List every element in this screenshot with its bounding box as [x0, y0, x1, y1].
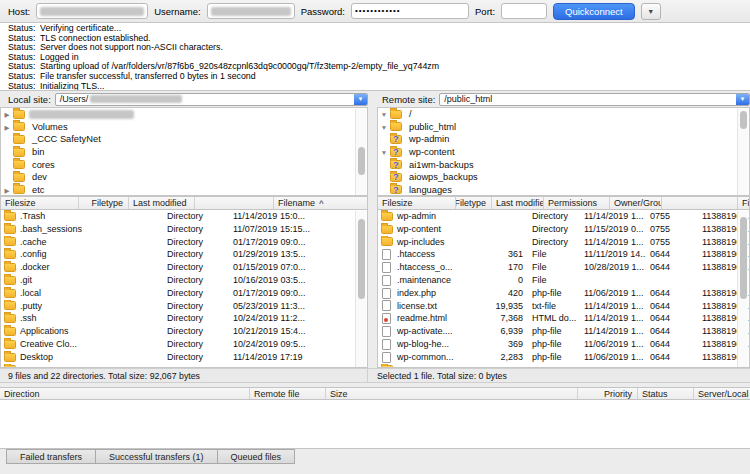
scrollbar[interactable] [355, 211, 366, 368]
column-header[interactable]: Last modified [492, 197, 544, 209]
file-row[interactable]: license.txt 19,935 txt-file 11/14/2019 1… [378, 300, 749, 313]
column-header[interactable]: Last modified [129, 197, 195, 209]
file-row[interactable]: .ssh Directory 10/24/2019 11:2... [1, 312, 367, 325]
filename-cell: .git [1, 274, 113, 287]
file-row[interactable]: .bash_sessions Directory 11/07/2019 15:1… [1, 223, 367, 236]
file-row[interactable]: .htaccess 361 File 11/11/2019 14... 0644… [378, 248, 749, 261]
column-header[interactable] [195, 197, 274, 209]
file-row[interactable]: .cache Directory 01/17/2019 09:0... [1, 236, 367, 249]
file-row[interactable]: wp-admin Directory 11/14/2019 1... 0755 … [378, 210, 749, 223]
filesize-cell: 420 [492, 287, 528, 300]
filename: .htaccess [397, 248, 435, 261]
queue-column-header[interactable]: Server/Local file [694, 388, 750, 399]
file-row[interactable]: Applications Directory 10/21/2019 15:4..… [1, 325, 367, 338]
disclosure-arrow-icon[interactable] [1, 185, 13, 195]
permissions-cell: 0644 [646, 248, 698, 261]
file-row[interactable]: wp-includes Directory 11/14/2019 1... 07… [378, 236, 749, 249]
tree-item[interactable]: ai1wm-backups [378, 158, 749, 171]
column-header[interactable] [662, 197, 738, 209]
column-header[interactable]: Filename [738, 197, 749, 209]
tree-item[interactable]: aiowps_backups [378, 171, 749, 184]
host-input[interactable] [36, 3, 148, 19]
file-row[interactable]: wp-blog-he... 369 php-file 11/06/2019 1.… [378, 338, 749, 351]
column-header[interactable]: Permissions [544, 197, 610, 209]
file-icon [382, 288, 391, 299]
tree-item[interactable]: public_html [378, 121, 749, 134]
file-row[interactable]: .docker Directory 01/15/2019 07:0... [1, 261, 367, 274]
tree-item[interactable]: wp-admin [378, 133, 749, 146]
remote-site-combo[interactable]: /public_html ▼ [439, 93, 750, 106]
scrollbar[interactable] [737, 109, 748, 196]
file-row[interactable]: .config Directory 01/29/2019 13:5... [1, 248, 367, 261]
scrollbar-thumb[interactable] [358, 147, 365, 175]
queue-column-header[interactable]: Priority [578, 388, 638, 399]
file-row[interactable]: .htaccess_o... 170 File 10/28/2019 1... … [378, 261, 749, 274]
folder-icon [390, 185, 402, 194]
file-row[interactable]: wp-activate.... 6,939 php-file 11/14/201… [378, 325, 749, 338]
file-row[interactable]: Creative Clo... Directory 10/24/2019 09:… [1, 338, 367, 351]
file-row[interactable]: wp-common... 2,283 php-file 11/06/2019 1… [378, 351, 749, 364]
local-site-bar: Local site: /Users/ ▼ [0, 91, 368, 107]
disclosure-arrow-icon[interactable] [1, 109, 13, 119]
file-row[interactable]: Desktop Directory 11/14/2019 17:19 [1, 351, 367, 364]
file-row[interactable]: .maintenance 0 File [378, 274, 749, 287]
column-header[interactable]: Filename [274, 197, 367, 209]
password-input[interactable]: •••••••••••• [351, 3, 469, 19]
scrollbar-thumb[interactable] [740, 111, 747, 129]
queue-list-empty[interactable] [0, 400, 750, 449]
queue-column-header[interactable]: Size [326, 388, 578, 399]
column-label: Last modified [496, 198, 544, 208]
disclosure-arrow-icon[interactable] [378, 122, 390, 132]
username-input[interactable] [207, 3, 295, 19]
tree-item[interactable]: _CCC SafetyNet [1, 133, 367, 146]
tree-item[interactable]: dev [1, 171, 367, 184]
tree-item-label [29, 110, 134, 119]
queue-tab[interactable]: Queued files [217, 449, 296, 464]
tree-item[interactable]: etc [1, 184, 367, 196]
tree-item[interactable]: cores [1, 158, 367, 171]
tree-item[interactable]: wp-content [378, 146, 749, 159]
queue-column-header[interactable]: Status [638, 388, 694, 399]
file-row[interactable]: .git Directory 10/16/2019 03:5... [1, 274, 367, 287]
file-row[interactable]: readme.html 7,368 HTML do... 11/14/2019 … [378, 312, 749, 325]
queue-column-header[interactable]: Direction [0, 388, 250, 399]
disclosure-arrow-icon[interactable] [378, 147, 390, 157]
scrollbar[interactable] [355, 109, 366, 196]
scrollbar-thumb[interactable] [358, 219, 365, 299]
column-header[interactable]: Filetype [79, 197, 129, 209]
tree-item[interactable]: / [378, 108, 749, 121]
file-row[interactable]: .local Directory 01/17/2019 09:0... [1, 287, 367, 300]
local-site-combo[interactable]: /Users/ ▼ [55, 93, 368, 106]
column-header[interactable]: Filesize [378, 197, 456, 209]
tree-item[interactable]: bin [1, 146, 367, 159]
queue-tab[interactable]: Successful transfers (1) [95, 449, 218, 464]
file-row[interactable]: index.php 420 php-file 11/06/2019 1... 0… [378, 287, 749, 300]
file-row[interactable]: .putty Directory 05/23/2019 11:3... [1, 300, 367, 313]
scrollbar-thumb[interactable] [740, 217, 747, 299]
redacted-username-value [211, 7, 291, 16]
disclosure-arrow-icon[interactable] [378, 109, 390, 119]
combo-dropdown-icon[interactable]: ▼ [354, 94, 367, 105]
folder-icon [13, 110, 25, 119]
queue-tab[interactable]: Failed transfers [6, 449, 96, 464]
tree-item[interactable]: Volumes [1, 121, 367, 134]
queue-column-header[interactable]: Remote file [250, 388, 326, 399]
quickconnect-button[interactable]: Quickconnect [553, 3, 635, 20]
sort-ascending-icon [315, 198, 324, 208]
combo-dropdown-icon[interactable]: ▼ [736, 94, 749, 105]
filesize-cell: 7,368 [492, 312, 528, 325]
column-header[interactable]: Filetype [456, 197, 492, 209]
column-header[interactable]: Owner/Group [610, 197, 662, 209]
column-header[interactable]: Filesize [1, 197, 79, 209]
port-input[interactable] [501, 3, 547, 19]
filename-cell: wp-content [378, 223, 492, 236]
file-row[interactable]: wp-content Directory 11/15/2019 0... 075… [378, 223, 749, 236]
status-log-line: Status: Initializing TLS... [0, 82, 750, 91]
disclosure-arrow-icon[interactable] [1, 122, 13, 132]
quickconnect-dropdown-button[interactable]: ▼ [641, 3, 661, 20]
tree-item[interactable] [1, 108, 367, 121]
tree-item[interactable]: languages [378, 184, 749, 196]
file-row[interactable]: .Trash Directory 11/14/2019 15:0... [1, 210, 367, 223]
scrollbar[interactable] [737, 211, 748, 368]
filetype-cell: Directory [163, 248, 229, 261]
